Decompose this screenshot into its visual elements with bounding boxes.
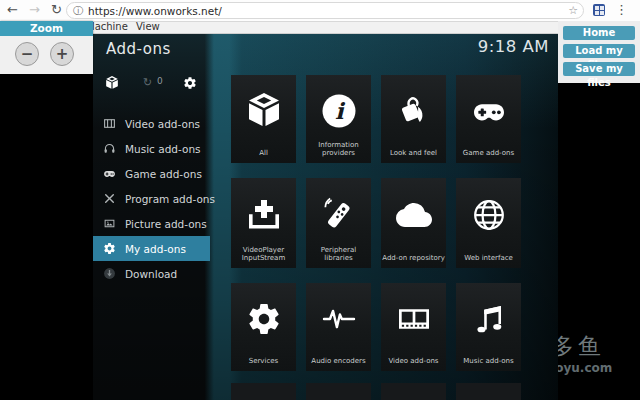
- download-icon: [103, 267, 116, 280]
- sidebar-item-label: Picture add-ons: [125, 218, 207, 230]
- sidebar-item-game-add-ons[interactable]: Game add-ons: [93, 161, 210, 186]
- tile-icon-wrap: [306, 182, 371, 248]
- url-text[interactable]: https://www.onworks.net/: [88, 5, 222, 17]
- browser-menu-icon[interactable]: ⋮: [615, 2, 628, 17]
- cloud-icon: [396, 197, 432, 233]
- screen: ← → ↻ ⓘ https://www.onworks.net/ ☆ ⋮ Mac…: [0, 0, 640, 400]
- addon-tile-peripheral-libraries[interactable]: Peripheral libraries: [306, 178, 371, 268]
- tile-icon-wrap: [456, 79, 521, 143]
- settings-gear-icon[interactable]: [183, 76, 197, 90]
- zoom-out-button[interactable]: −: [15, 42, 39, 66]
- sidebar-item-label: Game add-ons: [125, 168, 202, 180]
- sidebar-item-label: Program add-ons: [125, 193, 215, 205]
- tile-label: Game add-ons: [457, 149, 520, 158]
- addon-tile-music-add-ons[interactable]: Music add-ons: [456, 283, 521, 371]
- sidebar-item-program-add-ons[interactable]: Program add-ons: [93, 186, 210, 211]
- kodi-sidebar: Video add-onsMusic add-onsGame add-onsPr…: [93, 111, 210, 286]
- site-info-icon[interactable]: ⓘ: [73, 4, 83, 18]
- tile-icon-wrap: [231, 287, 296, 351]
- tile-label: Audio encoders: [307, 357, 370, 366]
- tile-label: Music add-ons: [457, 357, 520, 366]
- addon-tile-partial[interactable]: [231, 383, 296, 400]
- gamepad-icon: [471, 93, 507, 129]
- addon-tile-partial[interactable]: [306, 383, 371, 400]
- gear-icon: [103, 242, 116, 255]
- tile-label: Services: [232, 357, 295, 366]
- addon-tile-video-add-ons[interactable]: Video add-ons: [381, 283, 446, 371]
- home-button[interactable]: Home: [563, 26, 635, 40]
- addon-tile-add-on-repository[interactable]: Add-on repository: [381, 178, 446, 268]
- tile-label: VideoPlayer InputStream: [232, 246, 295, 264]
- refresh-icon[interactable]: ↻: [143, 76, 152, 89]
- tile-icon-wrap: [381, 287, 446, 351]
- tile-icon-wrap: [381, 182, 446, 248]
- tile-label: Look and feel: [382, 149, 445, 158]
- extension-icon[interactable]: [593, 4, 605, 16]
- gamepad-icon: [103, 167, 116, 180]
- tile-icon-wrap: [456, 182, 521, 248]
- sidebar-item-my-add-ons[interactable]: My add-ons: [93, 236, 210, 261]
- back-icon[interactable]: ←: [7, 1, 18, 19]
- sidebar-item-video-add-ons[interactable]: Video add-ons: [93, 111, 210, 136]
- address-bar[interactable]: ⓘ https://www.onworks.net/ ☆: [66, 2, 584, 19]
- zoom-panel: Zoom − +: [0, 21, 93, 74]
- tile-icon-wrap: [231, 79, 296, 143]
- browser-toolbar: ← → ↻ ⓘ https://www.onworks.net/ ☆ ⋮: [0, 0, 640, 22]
- picture-icon: [103, 217, 116, 230]
- tile-label: Information providers: [307, 141, 370, 159]
- music-note-icon: [471, 301, 507, 337]
- headphones-icon: [103, 142, 116, 155]
- addon-tile-information-providers[interactable]: iInformation providers: [306, 75, 371, 163]
- addon-tile-services[interactable]: Services: [231, 283, 296, 371]
- tile-label: Add-on repository: [382, 254, 445, 263]
- sidebar-item-label: My add-ons: [125, 243, 186, 255]
- addon-box-icon[interactable]: [105, 76, 119, 90]
- sidebar-item-download[interactable]: Download: [93, 261, 210, 286]
- tile-label: Video add-ons: [382, 357, 445, 366]
- addon-tile-partial[interactable]: [456, 383, 521, 400]
- addon-tile-game-add-ons[interactable]: Game add-ons: [456, 75, 521, 163]
- tile-icon-wrap: [231, 182, 296, 248]
- zoom-in-button[interactable]: +: [50, 42, 74, 66]
- tile-icon-wrap: [381, 79, 446, 143]
- bookmark-star-icon[interactable]: ☆: [568, 4, 578, 17]
- sidebar-item-label: Music add-ons: [125, 143, 201, 155]
- sidebar-item-picture-add-ons[interactable]: Picture add-ons: [93, 211, 210, 236]
- tile-icon-wrap: i: [306, 79, 371, 143]
- tile-icon-wrap: [456, 287, 521, 351]
- kodi-grid: AlliInformation providersLook and feelGa…: [231, 75, 523, 400]
- addon-tile-videoplayer-inputstream[interactable]: VideoPlayer InputStream: [231, 178, 296, 268]
- addon-tile-web-interface[interactable]: Web interface: [456, 178, 521, 268]
- sidebar-item-music-add-ons[interactable]: Music add-ons: [93, 136, 210, 161]
- program-icon: [103, 192, 116, 205]
- film-strip-icon: [396, 301, 432, 337]
- addon-tile-look-and-feel[interactable]: Look and feel: [381, 75, 446, 163]
- tile-label: Peripheral libraries: [307, 246, 370, 264]
- waveform-icon: [321, 301, 357, 337]
- load-my-files-button[interactable]: Load my files: [563, 44, 635, 58]
- reload-icon[interactable]: ↻: [51, 1, 62, 19]
- addon-tile-all[interactable]: All: [231, 75, 296, 163]
- sidebar-item-label: Download: [125, 268, 177, 280]
- zoom-panel-title: Zoom: [0, 21, 93, 36]
- menu-view[interactable]: View: [136, 21, 160, 33]
- forward-icon: →: [29, 1, 40, 19]
- tray-plus-icon: [246, 197, 282, 233]
- tile-label: Web interface: [457, 254, 520, 263]
- gear-icon: [246, 301, 282, 337]
- paint-bucket-icon: [396, 93, 432, 129]
- save-my-files-button[interactable]: Save my files: [563, 62, 635, 76]
- tile-icon-wrap: [306, 287, 371, 351]
- sidebar-item-label: Video add-ons: [125, 118, 200, 130]
- update-count: 0: [157, 76, 163, 86]
- addon-tile-partial[interactable]: [381, 383, 446, 400]
- globe-icon: [471, 197, 507, 233]
- video-icon: [103, 117, 116, 130]
- files-panel: Home Load my files Save my files: [558, 21, 640, 83]
- tile-label: All: [232, 149, 295, 158]
- kodi-window: Add-ons 9:18 AM ↻ 0 Video add-onsMusic a…: [93, 33, 558, 400]
- open-box-icon: [246, 93, 282, 129]
- page-title: Add-ons: [106, 40, 171, 58]
- clock: 9:18 AM: [478, 37, 549, 56]
- addon-tile-audio-encoders[interactable]: Audio encoders: [306, 283, 371, 371]
